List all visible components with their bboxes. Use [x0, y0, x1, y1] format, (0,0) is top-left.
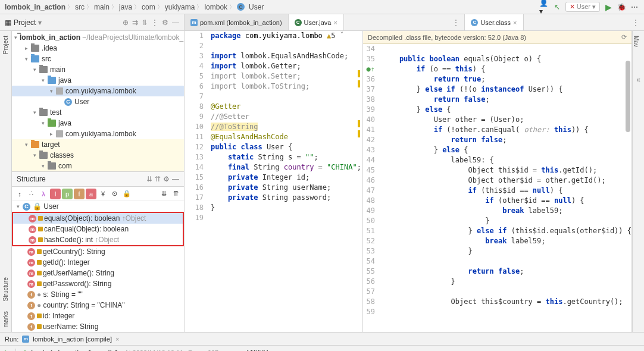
run-icon[interactable]: ▶ — [5, 348, 11, 351]
gear-icon[interactable]: ⚙ — [162, 18, 168, 27]
code-body[interactable]: public boolean equals(Object o) { if (o … — [380, 44, 632, 332]
show-inherited-icon[interactable]: I — [50, 189, 61, 199]
toolbar-icon[interactable]: 🔒 — [121, 189, 132, 199]
breadcrumb: lombok_in_action〉 src〉 main〉 java〉 com〉 … — [5, 3, 539, 11]
code-body[interactable]: package com.yukiyama.lombo ▲5 ˇ import l… — [208, 31, 362, 332]
autoscroll-icon[interactable]: ⇊ — [159, 189, 170, 199]
right-gutter: Mav « — [632, 31, 644, 332]
expand-all-icon[interactable]: ⇉ — [132, 18, 138, 27]
toolbar-actions: 👤▾ ↖ ✕ User ▾ ▶ 🐞 ⋯ — [539, 2, 639, 12]
gear-icon[interactable]: ⚙ — [163, 175, 170, 183]
collapse-all-icon[interactable]: ⥮ — [142, 18, 148, 27]
scrollbar-thumb[interactable] — [626, 61, 630, 132]
project-tool-tab[interactable]: Project — [2, 31, 9, 59]
left-gutter: Project Structure marks — [0, 31, 12, 332]
line-gutter: 3435 ●↑363738394041424344454647484950515… — [363, 44, 380, 332]
class-icon: C — [23, 203, 30, 211]
show-anon-icon[interactable]: a — [86, 189, 96, 199]
close-icon[interactable]: × — [115, 336, 119, 343]
project-tool-header: ▦ Project ▾ ⊕ ⇉ ⥮ ⋮ ⚙ — — [0, 14, 185, 30]
maven-icon: m — [190, 19, 198, 26]
hide-icon[interactable]: — — [172, 18, 179, 27]
expand-icon[interactable]: ⇊ — [146, 175, 152, 183]
breadcrumb-root[interactable]: lombok_in_action — [5, 3, 65, 11]
tab-overflow-icon[interactable]: ⋮ — [448, 14, 464, 30]
marker-bar — [358, 31, 362, 332]
decompiled-banner: Decompiled .class file, bytecode version… — [363, 31, 632, 44]
structure-toolbar: ↕ ∴ λ I p f a ¥ ⊙ 🔒 ⇊ ⇈ — [12, 187, 184, 201]
line-gutter: 12345678910111213141516171819 — [185, 31, 208, 332]
structure-header: Structure ⇊ ⇈ ⚙ — — [12, 171, 184, 187]
sort-alpha-icon[interactable]: ∴ — [26, 189, 37, 199]
show-options-icon[interactable]: ⋮ — [151, 18, 158, 27]
autoscroll-icon[interactable]: ⇈ — [171, 189, 182, 199]
tab-user-java[interactable]: C User.java × — [289, 14, 344, 30]
project-tree[interactable]: ▾lombok_in_action ~/IdeaProjectsUltimate… — [12, 31, 184, 171]
breadcrumb-item[interactable]: src — [75, 3, 85, 11]
breadcrumb-item[interactable]: com — [142, 3, 155, 11]
run-tool-tab-bar: Run: m lombok_in_action [compile] × — [0, 332, 644, 345]
class-icon: C — [64, 98, 72, 106]
reload-icon[interactable]: ⟳ — [621, 33, 627, 41]
toolbar-icon[interactable]: ⊙ — [110, 189, 120, 199]
show-lambda-icon[interactable]: λ — [38, 189, 49, 199]
editor-split: 12345678910111213141516171819 package co… — [185, 31, 632, 332]
show-properties-icon[interactable]: p — [62, 189, 73, 199]
tree-selected-pkg[interactable]: ▾com.yukiyama.lombok — [12, 86, 184, 96]
debug-button[interactable]: 🐞 — [617, 2, 626, 12]
more-actions-icon[interactable]: ⋯ — [630, 2, 639, 12]
editor-user-class[interactable]: Decompiled .class file, bytecode version… — [363, 31, 632, 332]
left-pane: ▾lombok_in_action ~/IdeaProjectsUltimate… — [12, 31, 185, 332]
structure-tool-tab[interactable]: Structure — [2, 272, 9, 306]
select-opened-icon[interactable]: ⊕ — [123, 18, 129, 27]
top-bar: lombok_in_action〉 src〉 main〉 java〉 com〉 … — [0, 0, 644, 14]
sort-icon[interactable]: ↕ — [14, 189, 25, 199]
user-icon[interactable]: 👤▾ — [539, 2, 549, 12]
tab-overflow-icon[interactable]: ⋮ — [627, 14, 644, 30]
project-view-label[interactable]: Project — [14, 18, 36, 27]
show-fields-icon[interactable]: f — [74, 189, 85, 199]
hide-icon[interactable]: — — [172, 175, 179, 183]
run-tab[interactable]: lombok_in_action [compile] — [33, 336, 112, 343]
run-status-name: lombok_in_action [compile]: — [31, 349, 120, 352]
status-bar: ▶ ✔ lombok_in_action [compile]: At 2022/… — [0, 345, 644, 351]
class-icon: C — [295, 19, 302, 26]
highlighted-methods: mequals(Object): boolean ↑Object mcanEqu… — [12, 212, 184, 246]
editor-user-java[interactable]: 12345678910111213141516171819 package co… — [185, 31, 363, 332]
breadcrumb-class[interactable]: User — [249, 3, 264, 11]
breadcrumb-item[interactable]: lombok — [204, 3, 227, 11]
tab-user-class[interactable]: C User.class × — [464, 14, 523, 30]
project-view-icon: ▦ — [5, 18, 11, 27]
collapse-icon[interactable]: ⇈ — [155, 175, 161, 183]
tab-pom[interactable]: m pom.xml (lombok_in_action) — [185, 14, 289, 30]
breadcrumb-item[interactable]: java — [119, 3, 132, 11]
class-file-icon: C — [471, 19, 478, 26]
main-row: Project Structure marks ▾lombok_in_actio… — [0, 31, 644, 332]
close-icon[interactable]: × — [333, 19, 337, 26]
toolbar-icon[interactable]: ¥ — [98, 189, 108, 199]
run-status-duration: 7 sec, 667 ms — [188, 349, 229, 352]
success-icon: ✔ — [21, 349, 26, 351]
maven-icon: m — [22, 336, 29, 343]
collapse-icon[interactable]: « — [633, 76, 644, 84]
bookmarks-tool-tab[interactable]: marks — [2, 306, 9, 332]
tab-row: ▦ Project ▾ ⊕ ⇉ ⥮ ⋮ ⚙ — m pom.xml (lombo… — [0, 14, 644, 31]
editor-tabs: m pom.xml (lombok_in_action) C User.java… — [185, 14, 644, 30]
run-config-dropdown[interactable]: ✕ User ▾ — [565, 2, 600, 12]
log-output: [INFO] ---------------------------------… — [246, 349, 439, 351]
structure-tree[interactable]: ▾C🔒 User mequals(Object): boolean ↑Objec… — [12, 201, 184, 332]
run-button[interactable]: ▶ — [604, 2, 613, 12]
build-hammer-icon[interactable]: ↖ — [552, 2, 562, 12]
run-status-time: At 2022/11/18 13:11 — [124, 349, 183, 352]
class-icon: C — [237, 3, 245, 11]
breadcrumb-item[interactable]: main — [94, 3, 110, 11]
maven-tool-tab[interactable]: Mav — [633, 31, 639, 52]
breadcrumb-item[interactable]: yukiyama — [165, 3, 195, 11]
close-icon[interactable]: × — [513, 19, 517, 26]
